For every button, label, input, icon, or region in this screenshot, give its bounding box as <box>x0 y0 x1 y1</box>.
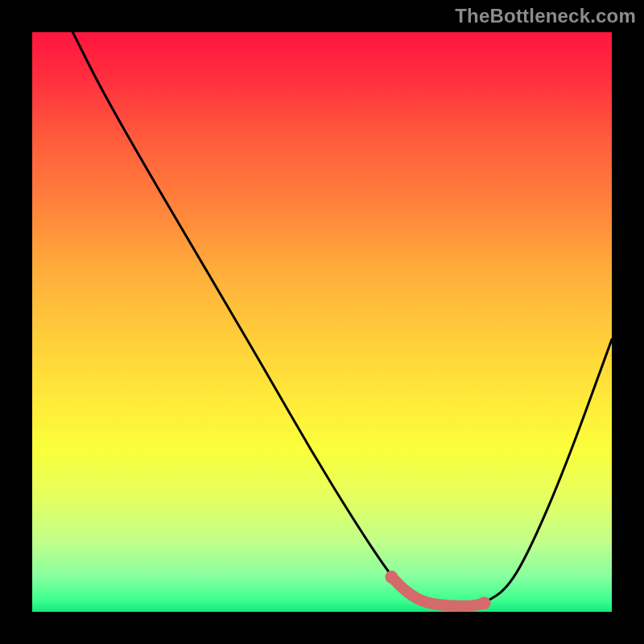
bottleneck-curve-path <box>72 32 612 606</box>
optimal-zone-end-dot <box>478 597 491 609</box>
optimal-zone-start-dot <box>385 571 398 584</box>
chart-container: TheBottleneck.com <box>0 0 644 644</box>
watermark-label: TheBottleneck.com <box>455 5 636 27</box>
optimal-zone-path <box>391 577 484 606</box>
curve-svg <box>32 32 612 612</box>
plot-area <box>32 32 612 612</box>
